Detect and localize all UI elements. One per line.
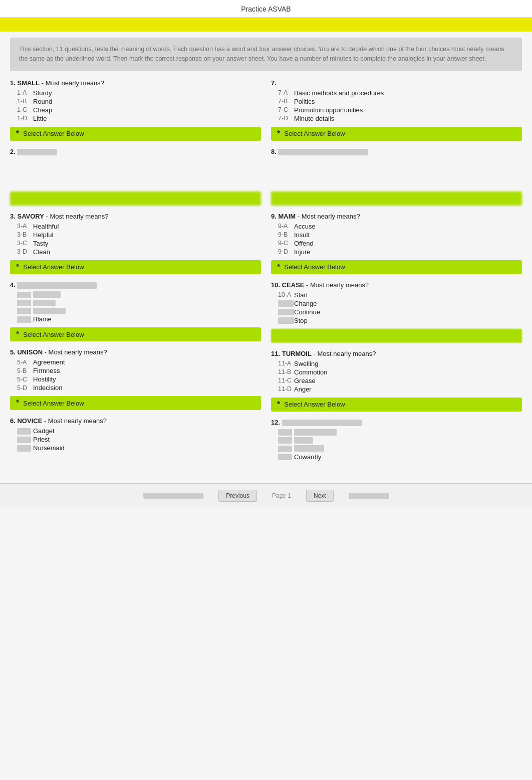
q5-opt-d[interactable]: 5-D Indecision — [10, 383, 261, 392]
q7-opt-b[interactable]: 7-B Politics — [271, 97, 522, 106]
q1-select-answer[interactable]: * Select Answer Below — [10, 127, 261, 141]
prev-button[interactable]: Previous — [218, 490, 257, 502]
q11-opt-c[interactable]: 11-C Grease — [271, 376, 522, 385]
q11-title: 11. TURMOIL - Most nearly means? — [271, 350, 522, 357]
question-5: 5. UNISON - Most nearly means? 5-A Agree… — [10, 348, 261, 410]
q12-opt-c[interactable] — [271, 444, 522, 452]
q7-select-answer[interactable]: * Select Answer Below — [271, 127, 522, 141]
q10-opt-c[interactable]: Continue — [271, 308, 522, 316]
page-number: Page 1 — [272, 492, 291, 499]
q8-select-answer[interactable]: * Select Answer Below — [271, 191, 522, 206]
question-10: 10. CEASE - Most nearly means? 10-A Star… — [271, 281, 522, 343]
q4-opt-a[interactable] — [10, 291, 261, 299]
q1-opt-b[interactable]: 1-B Round — [10, 97, 261, 106]
q6-opt-c[interactable]: Nursemaid — [10, 444, 261, 452]
q6-opt-b[interactable]: Priest — [10, 435, 261, 444]
question-8: 8. * Select Answer Below — [271, 148, 522, 206]
question-2: 2. * Select Answer Below — [10, 148, 261, 206]
q6-title: 6. NOVICE - Most nearly means? — [10, 417, 261, 425]
footer-text-left — [143, 492, 203, 499]
instructions: This section, 11 questions, tests the me… — [10, 38, 522, 71]
question-9: 9. MAIM - Most nearly means? 9-A Accuse … — [271, 213, 522, 274]
q5-title: 5. UNISON - Most nearly means? — [10, 348, 261, 356]
q7-opt-a[interactable]: 7-A Basic methods and procedures — [271, 89, 522, 97]
q4-select-answer[interactable]: * Select Answer Below — [10, 327, 261, 341]
q10-opt-b[interactable]: Change — [271, 299, 522, 308]
q9-opt-a[interactable]: 9-A Accuse — [271, 222, 522, 231]
q4-opt-b[interactable] — [10, 299, 261, 307]
q2-select-answer[interactable]: * Select Answer Below — [10, 191, 261, 206]
yellow-bar — [0, 18, 532, 32]
next-button[interactable]: Next — [306, 490, 334, 502]
question-7: 7. 7-A Basic methods and procedures 7-B … — [271, 79, 522, 141]
q7-opt-c[interactable]: 7-C Promotion opportunities — [271, 106, 522, 114]
q10-title: 10. CEASE - Most nearly means? — [271, 281, 522, 289]
q12-title: 12. — [271, 419, 522, 426]
q11-opt-a[interactable]: 11-A Swelling — [271, 359, 522, 368]
q5-select-answer[interactable]: * Select Answer Below — [10, 396, 261, 410]
footer-text-right — [349, 492, 389, 499]
q1-opt-a[interactable]: 1-A Sturdy — [10, 89, 261, 97]
q11-opt-d[interactable]: 11-D Anger — [271, 385, 522, 394]
q9-select-answer[interactable]: * Select Answer Below — [271, 260, 522, 274]
q10-opt-d[interactable]: Stop — [271, 316, 522, 325]
page-title: Practice ASVAB — [241, 5, 291, 13]
q3-opt-b[interactable]: 3-B Helpful — [10, 231, 261, 239]
q1-opt-c[interactable]: 1-C Cheap — [10, 106, 261, 114]
q3-opt-c[interactable]: 3-C Tasty — [10, 239, 261, 248]
question-1: 1. SMALL - Most nearly means? 1-A Sturdy… — [10, 79, 261, 141]
q5-opt-b[interactable]: 5-B Firmness — [10, 366, 261, 375]
q9-opt-d[interactable]: 9-D Injure — [271, 248, 522, 256]
q7-title: 7. — [271, 79, 522, 87]
q2-title: 2. — [10, 148, 261, 155]
q3-opt-d[interactable]: 3-D Clean — [10, 248, 261, 256]
footer: Previous Page 1 Next — [0, 483, 532, 508]
question-11: 11. TURMOIL - Most nearly means? 11-A Sw… — [271, 350, 522, 412]
q9-opt-c[interactable]: 9-C Offend — [271, 239, 522, 248]
right-column: 7. 7-A Basic methods and procedures 7-B … — [271, 79, 522, 468]
q9-opt-b[interactable]: 9-B Insult — [271, 231, 522, 239]
top-bar: Practice ASVAB — [0, 0, 532, 18]
q3-select-answer[interactable]: * Select Answer Below — [10, 260, 261, 274]
q8-title: 8. — [271, 148, 522, 155]
q11-select-answer[interactable]: * Select Answer Below — [271, 398, 522, 412]
q3-opt-a[interactable]: 3-A Healthful — [10, 222, 261, 231]
q1-opt-d[interactable]: 1-D Little — [10, 114, 261, 123]
questions-area: 1. SMALL - Most nearly means? 1-A Sturdy… — [0, 79, 532, 468]
question-3: 3. SAVORY - Most nearly means? 3-A Healt… — [10, 213, 261, 274]
q10-select-answer[interactable]: * Select Answer Below — [271, 329, 522, 343]
question-12: 12. Cowardly — [271, 419, 522, 461]
q9-title: 9. MAIM - Most nearly means? — [271, 213, 522, 220]
q4-opt-c[interactable] — [10, 307, 261, 315]
q7-opt-d[interactable]: 7-D Minute details — [271, 114, 522, 123]
q10-opt-a[interactable]: 10-A Start — [271, 291, 522, 299]
q12-opt-d[interactable]: Cowardly — [271, 453, 522, 461]
q12-opt-a[interactable] — [271, 428, 522, 436]
q3-title: 3. SAVORY - Most nearly means? — [10, 213, 261, 220]
q4-title: 4. — [10, 281, 261, 289]
left-column: 1. SMALL - Most nearly means? 1-A Sturdy… — [10, 79, 271, 468]
q6-opt-a[interactable]: Gadget — [10, 427, 261, 435]
question-6: 6. NOVICE - Most nearly means? Gadget Pr… — [10, 417, 261, 452]
q1-title: 1. SMALL - Most nearly means? — [10, 79, 261, 87]
q4-opt-d[interactable]: Blame — [10, 315, 261, 323]
q5-opt-c[interactable]: 5-C Hostility — [10, 375, 261, 383]
q12-opt-b[interactable] — [271, 436, 522, 444]
q5-opt-a[interactable]: 5-A Agreement — [10, 358, 261, 366]
q11-opt-b[interactable]: 11-B Commotion — [271, 368, 522, 376]
question-4: 4. Blame * Select Answer Below — [10, 281, 261, 342]
